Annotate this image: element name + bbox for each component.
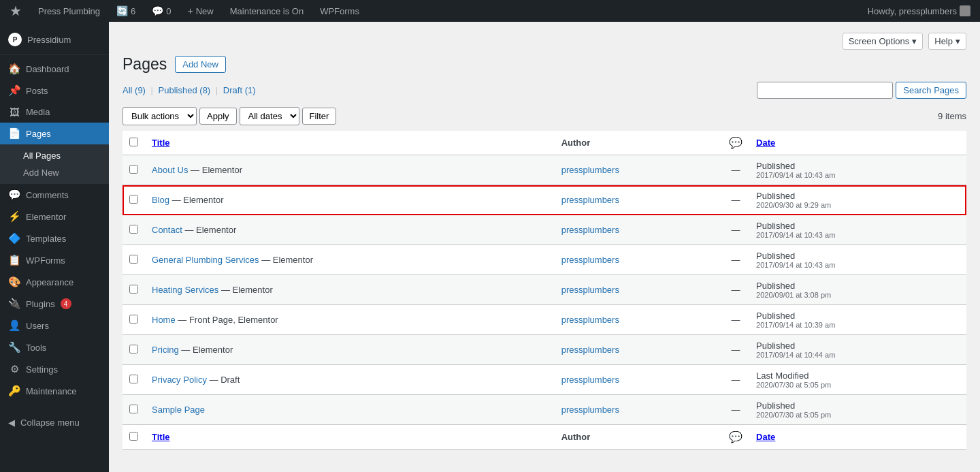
howdy-user[interactable]: Howdy, pressplumbers: [864, 5, 975, 16]
row-title-link[interactable]: Home: [152, 315, 176, 325]
filter-draft[interactable]: Draft (1): [223, 85, 256, 95]
search-input[interactable]: [757, 82, 893, 99]
sidebar-item-users[interactable]: 👤 Users: [0, 315, 109, 336]
row-title-link[interactable]: Heating Services: [152, 285, 218, 295]
title-sort-link[interactable]: Title: [152, 138, 170, 148]
filter-all[interactable]: All (9): [122, 85, 146, 95]
row-author-link[interactable]: pressplumbers: [561, 405, 619, 415]
row-date-label: Published: [756, 400, 795, 411]
sidebar-item-wpforms[interactable]: 📋 WPForms: [0, 249, 109, 271]
row-checkbox-cell: [122, 365, 145, 395]
sidebar-label-settings: Settings: [26, 364, 58, 375]
row-title-link[interactable]: Contact: [152, 225, 182, 235]
row-checkbox[interactable]: [129, 285, 138, 294]
date-sort-link[interactable]: Date: [756, 138, 775, 148]
sidebar-item-elementor[interactable]: ⚡ Elementor: [0, 206, 109, 227]
row-date-value: 2017/09/14 at 10:44 am: [756, 351, 960, 359]
elementor-icon: ⚡: [8, 210, 20, 223]
sidebar-item-comments[interactable]: 💬 Comments: [0, 184, 109, 206]
row-author-link[interactable]: pressplumbers: [561, 165, 619, 175]
screen-options-button[interactable]: Screen Options ▾: [843, 33, 924, 50]
row-author-link[interactable]: pressplumbers: [561, 195, 619, 205]
row-checkbox[interactable]: [129, 255, 138, 264]
sidebar-label-comments: Comments: [26, 190, 69, 200]
plugins-badge: 4: [61, 298, 71, 309]
help-button[interactable]: Help ▾: [928, 33, 966, 50]
footer-title-sort[interactable]: Title: [152, 432, 170, 442]
sidebar-item-tools[interactable]: 🔧 Tools: [0, 336, 109, 358]
sidebar-label-plugins: Plugins: [26, 299, 55, 309]
row-author-link[interactable]: pressplumbers: [561, 225, 619, 235]
row-title-link[interactable]: Blog: [152, 195, 169, 205]
comments-adminbar[interactable]: 💬 0: [148, 5, 175, 16]
sidebar-label-wpforms: WPForms: [26, 255, 65, 266]
updates[interactable]: 🔄 6: [112, 5, 140, 16]
row-title-cell: Privacy Policy — Draft: [145, 365, 555, 395]
sidebar-item-settings[interactable]: ⚙ Settings: [0, 358, 109, 380]
row-title-link[interactable]: About Us: [152, 165, 188, 175]
actions-bar: Bulk actions Apply All dates Filter 9 it…: [122, 107, 966, 125]
footer-author: Author: [555, 425, 722, 450]
row-checkbox[interactable]: [129, 315, 138, 324]
sidebar-item-media[interactable]: 🖼 Media: [0, 101, 109, 123]
row-date-label: Last Modified: [756, 371, 808, 381]
sidebar-label-maintenance: Maintenance: [26, 386, 76, 396]
collapse-label: Collapse menu: [20, 418, 80, 428]
screen-options-chevron: ▾: [912, 36, 917, 46]
filter-published[interactable]: Published (8): [159, 85, 211, 95]
apply-button[interactable]: Apply: [199, 108, 237, 125]
search-pages-button[interactable]: Search Pages: [896, 82, 966, 99]
select-all-checkbox[interactable]: [129, 138, 138, 146]
footer-date-sort[interactable]: Date: [756, 432, 775, 442]
dates-select[interactable]: All dates: [240, 107, 299, 125]
wp-logo[interactable]: ★: [5, 3, 26, 19]
maintenance-label: Maintenance is On: [230, 6, 304, 16]
row-checkbox[interactable]: [129, 225, 138, 234]
select-all-footer-checkbox[interactable]: [129, 432, 138, 441]
admin-bar: ★ Press Plumbing 🔄 6 💬 0 + New Maintenan…: [0, 0, 980, 22]
sidebar-item-maintenance[interactable]: 🔑 Maintenance: [0, 380, 109, 402]
page-title: Pages: [122, 55, 167, 74]
filter-button[interactable]: Filter: [302, 108, 337, 125]
sidebar-item-appearance[interactable]: 🎨 Appearance: [0, 271, 109, 293]
row-checkbox[interactable]: [129, 165, 138, 174]
row-checkbox[interactable]: [129, 405, 138, 413]
table-row: Blog — Elementorpressplumbers—Published2…: [122, 185, 966, 215]
table-row: Privacy Policy — Draftpressplumbers—Last…: [122, 365, 966, 395]
tools-icon: 🔧: [8, 341, 20, 353]
table-row: Sample Pagepressplumbers—Published2020/0…: [122, 395, 966, 425]
sidebar-item-templates[interactable]: 🔷 Templates: [0, 227, 109, 249]
add-new-button[interactable]: Add New: [175, 56, 226, 73]
row-author-link[interactable]: pressplumbers: [561, 315, 619, 325]
row-title-link[interactable]: General Plumbing Services: [152, 255, 259, 265]
row-checkbox-cell: [122, 335, 145, 365]
bulk-actions-select[interactable]: Bulk actions: [122, 107, 197, 125]
sidebar-sub-add-new[interactable]: Add New: [0, 164, 109, 181]
sidebar-sub-all-pages[interactable]: All Pages: [0, 147, 109, 164]
new-content[interactable]: + New: [184, 5, 218, 16]
row-checkbox[interactable]: [129, 375, 138, 383]
row-author-link[interactable]: pressplumbers: [561, 345, 619, 355]
dashboard-icon: 🏠: [8, 63, 20, 75]
row-date-cell: Published2017/09/14 at 10:43 am: [749, 215, 966, 245]
sidebar-item-dashboard[interactable]: 🏠 Dashboard: [0, 58, 109, 80]
row-author-link[interactable]: pressplumbers: [561, 255, 619, 265]
sidebar-item-plugins[interactable]: 🔌 Plugins 4: [0, 293, 109, 315]
wpforms-adminbar[interactable]: WPForms: [316, 6, 363, 16]
row-author-link[interactable]: pressplumbers: [561, 285, 619, 295]
site-name[interactable]: Press Plumbing: [34, 6, 104, 16]
row-title-link[interactable]: Sample Page: [152, 405, 205, 415]
footer-cb: [122, 425, 145, 450]
row-author-link[interactable]: pressplumbers: [561, 375, 619, 385]
maintenance-status[interactable]: Maintenance is On: [226, 6, 308, 16]
collapse-menu[interactable]: ◀ Collapse menu: [0, 413, 109, 432]
row-title-link[interactable]: Pricing: [152, 345, 179, 355]
row-title-link[interactable]: Privacy Policy: [152, 375, 207, 385]
sidebar-item-posts[interactable]: 📌 Posts: [0, 80, 109, 101]
row-title-cell: Sample Page: [145, 395, 555, 425]
sidebar-item-pages[interactable]: 📄 Pages: [0, 123, 109, 144]
row-checkbox[interactable]: [129, 345, 138, 353]
row-checkbox[interactable]: [129, 195, 138, 204]
help-label: Help: [934, 36, 953, 46]
main-content: Screen Options ▾ Help ▾ Pages Add New Al…: [109, 22, 980, 472]
